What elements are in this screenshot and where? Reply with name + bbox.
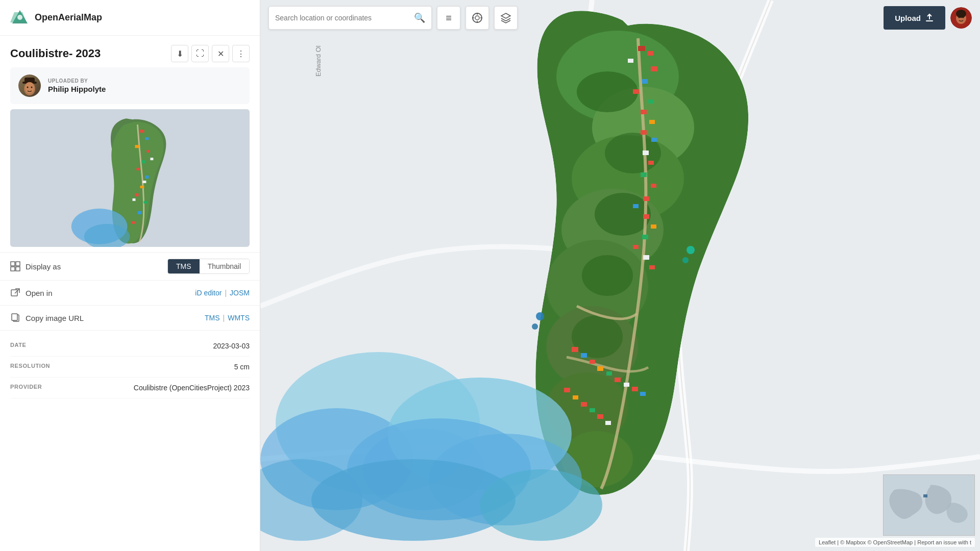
svg-rect-88 bbox=[590, 408, 595, 412]
tms-copy-link[interactable]: TMS bbox=[205, 314, 220, 322]
image-panel: Coulibistre- 2023 ⬇ ⛶ ✕ ⋮ bbox=[0, 36, 260, 551]
search-box[interactable]: 🔍 bbox=[268, 6, 432, 30]
upload-label: Upload bbox=[895, 14, 921, 22]
svg-rect-56 bbox=[651, 66, 657, 71]
svg-rect-71 bbox=[651, 224, 656, 229]
svg-rect-77 bbox=[581, 353, 587, 358]
display-as-label: Display as bbox=[10, 261, 61, 271]
display-as-row: Display as TMS Thumbnail bbox=[0, 252, 260, 280]
download-button[interactable]: ⬇ bbox=[171, 45, 188, 62]
svg-rect-86 bbox=[573, 395, 578, 399]
logo-area[interactable]: OpenAerialMap bbox=[10, 8, 102, 28]
expand-button[interactable]: ⛶ bbox=[191, 45, 209, 62]
svg-rect-13 bbox=[146, 150, 150, 153]
uploader-label: UPLOADED BY bbox=[48, 78, 106, 84]
svg-rect-57 bbox=[642, 79, 648, 84]
svg-rect-73 bbox=[633, 245, 639, 249]
avatar bbox=[18, 74, 41, 97]
svg-point-8 bbox=[31, 87, 33, 88]
tms-toggle-button[interactable]: TMS bbox=[168, 259, 200, 273]
wmts-copy-link[interactable]: WMTS bbox=[228, 314, 250, 322]
svg-rect-27 bbox=[11, 262, 15, 266]
svg-rect-18 bbox=[135, 193, 138, 196]
map-background: Edward Ol bbox=[260, 0, 980, 551]
svg-rect-76 bbox=[572, 347, 578, 352]
map-area[interactable]: Edward Ol bbox=[260, 0, 980, 551]
open-in-label: Open in bbox=[10, 288, 53, 298]
user-avatar-image bbox=[950, 7, 972, 29]
svg-rect-28 bbox=[16, 262, 20, 266]
svg-rect-78 bbox=[590, 360, 595, 364]
avatar-image bbox=[18, 74, 41, 97]
image-title-bar: Coulibistre- 2023 ⬇ ⛶ ✕ ⋮ bbox=[0, 36, 260, 67]
close-button[interactable]: ✕ bbox=[212, 45, 229, 62]
svg-rect-106 bbox=[926, 20, 933, 21]
svg-rect-84 bbox=[640, 392, 646, 396]
image-title: Coulibistre- 2023 bbox=[10, 47, 101, 60]
svg-rect-54 bbox=[647, 51, 653, 56]
user-avatar[interactable] bbox=[950, 7, 972, 29]
attribution-text: Leaflet | © Mapbox © OpenStreetMap | Rep… bbox=[819, 539, 971, 545]
svg-rect-14 bbox=[141, 160, 145, 163]
svg-point-52 bbox=[572, 315, 623, 358]
svg-rect-79 bbox=[597, 366, 603, 371]
display-as-toggle: TMS Thumbnail bbox=[167, 259, 250, 274]
svg-rect-25 bbox=[142, 181, 146, 183]
thumbnail-toggle-button[interactable]: Thumbnail bbox=[200, 259, 249, 273]
thumbnail-svg bbox=[10, 109, 250, 247]
open-in-links: iD editor | JOSM bbox=[195, 289, 250, 297]
svg-rect-19 bbox=[143, 201, 147, 204]
copy-link-separator: | bbox=[223, 314, 225, 322]
logo-text: OpenAerialMap bbox=[35, 12, 102, 23]
copy-icon bbox=[10, 313, 20, 323]
svg-rect-33 bbox=[12, 314, 17, 320]
link-separator: | bbox=[225, 289, 227, 297]
copy-url-row: Copy image URL TMS | WMTS bbox=[0, 305, 260, 330]
svg-rect-31 bbox=[11, 290, 17, 296]
image-actions: ⬇ ⛶ ✕ ⋮ bbox=[171, 45, 250, 62]
svg-rect-83 bbox=[632, 387, 638, 391]
svg-rect-74 bbox=[643, 255, 649, 260]
svg-rect-24 bbox=[150, 158, 153, 160]
location-button[interactable] bbox=[465, 6, 489, 30]
logo-icon bbox=[10, 8, 30, 28]
layers-button[interactable] bbox=[494, 6, 518, 30]
open-in-icon bbox=[10, 288, 20, 298]
filter-button[interactable]: ≡ bbox=[437, 6, 460, 30]
svg-point-94 bbox=[532, 323, 538, 330]
upload-button[interactable]: Upload bbox=[884, 6, 945, 30]
metadata-section: DATE 2023-03-03 RESOLUTION 5 cm PROVIDER… bbox=[0, 330, 260, 409]
svg-point-99 bbox=[480, 469, 602, 541]
svg-rect-59 bbox=[648, 99, 654, 104]
display-as-text: Display as bbox=[26, 262, 61, 271]
image-thumbnail bbox=[10, 109, 250, 247]
display-icon bbox=[10, 261, 20, 271]
svg-rect-58 bbox=[633, 89, 639, 94]
josm-link[interactable]: JOSM bbox=[230, 289, 250, 297]
svg-point-48 bbox=[577, 71, 638, 112]
svg-rect-30 bbox=[16, 267, 20, 271]
svg-point-101 bbox=[475, 16, 479, 20]
svg-rect-61 bbox=[649, 120, 655, 124]
resolution-value: 5 cm bbox=[234, 363, 250, 371]
date-value: 2023-03-03 bbox=[213, 342, 250, 350]
date-key: DATE bbox=[10, 342, 27, 348]
svg-point-7 bbox=[27, 87, 29, 88]
svg-rect-85 bbox=[564, 388, 570, 392]
upload-icon bbox=[925, 13, 934, 22]
id-editor-link[interactable]: iD editor bbox=[195, 289, 222, 297]
svg-rect-63 bbox=[651, 138, 657, 142]
svg-rect-15 bbox=[136, 168, 140, 170]
mini-map-svg bbox=[884, 475, 975, 536]
search-icon[interactable]: 🔍 bbox=[414, 12, 425, 23]
svg-rect-65 bbox=[648, 161, 654, 165]
svg-rect-114 bbox=[923, 494, 927, 497]
more-button[interactable]: ⋮ bbox=[232, 45, 250, 62]
mini-map bbox=[883, 474, 975, 536]
map-topbar: 🔍 ≡ Upload bbox=[260, 0, 980, 36]
svg-rect-64 bbox=[643, 151, 649, 155]
svg-rect-87 bbox=[581, 402, 587, 407]
svg-rect-60 bbox=[641, 110, 647, 114]
svg-point-112 bbox=[956, 10, 966, 18]
search-input[interactable] bbox=[275, 14, 410, 22]
